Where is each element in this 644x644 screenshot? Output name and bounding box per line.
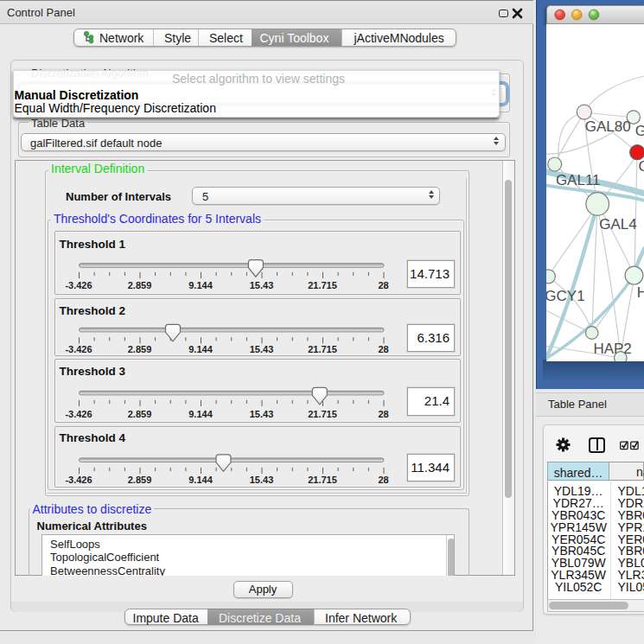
svg-text:GAL: GAL xyxy=(634,123,644,139)
svg-text:HAP2: HAP2 xyxy=(593,341,631,357)
svg-text:GAL4: GAL4 xyxy=(599,216,636,233)
svg-text:GAL80: GAL80 xyxy=(584,118,630,135)
svg-text:CD: CD xyxy=(638,158,644,175)
svg-text:GAL11: GAL11 xyxy=(555,172,600,188)
svg-text:HIS: HIS xyxy=(636,284,644,301)
svg-text:GCY1: GCY1 xyxy=(546,288,585,304)
